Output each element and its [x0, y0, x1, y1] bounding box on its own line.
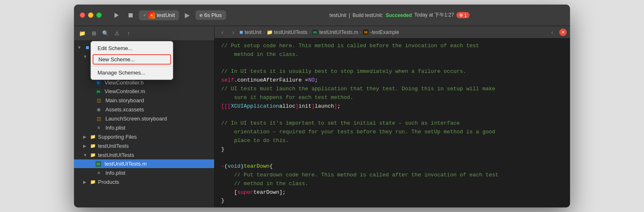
m-file-icon: m: [312, 29, 317, 35]
code-text: init: [298, 102, 311, 111]
list-item[interactable]: ▼ 📁 testUnitUITests: [74, 150, 214, 159]
build-action: Build testUnit:: [353, 12, 383, 18]
error-icon: ⊗: [459, 12, 463, 18]
manage-schemes-label: Manage Schemes...: [98, 70, 145, 76]
run-icon[interactable]: ▶: [181, 10, 193, 21]
breadcrumb-file[interactable]: m testUnitUITests.m: [312, 29, 358, 35]
list-item[interactable]: ◫ LaunchScreen.storyboard: [74, 114, 214, 123]
folder-icon: 📁: [267, 29, 272, 35]
file-label: Supporting Files: [98, 134, 137, 140]
back-button[interactable]: ‹: [218, 28, 227, 37]
list-item[interactable]: ◉ Assets.xcassets: [74, 105, 214, 114]
edit-scheme-label: Edit Scheme...: [98, 45, 133, 51]
breadcrumb-project[interactable]: ◼ testUnit: [239, 29, 262, 35]
code-text: ;: [337, 102, 341, 111]
new-scheme-item[interactable]: New Scheme...: [93, 54, 171, 65]
code-text: self: [221, 76, 234, 85]
storyboard-icon: ◫: [95, 97, 102, 104]
file-label: testUnitUITests: [98, 152, 134, 158]
list-item[interactable]: ▶ 📁 testUnitTests: [74, 141, 214, 150]
code-text: (: [224, 162, 228, 171]
file-label: Products: [98, 179, 119, 185]
traffic-lights: [74, 12, 107, 18]
code-line: // method in the class.: [221, 180, 563, 188]
build-label: testUnit: [329, 12, 346, 18]
list-item[interactable]: ≡ Info.plist: [74, 123, 214, 132]
list-item[interactable]: ◫ Main.storyboard: [74, 96, 214, 105]
plist-icon: ≡: [95, 169, 102, 176]
stop-button[interactable]: [125, 10, 136, 21]
file-label: testUnitTests: [98, 143, 129, 149]
code-text: XCUIApplication: [231, 102, 279, 111]
folder-icon: 📁: [90, 133, 96, 140]
edit-scheme-item[interactable]: Edit Scheme...: [91, 43, 173, 53]
file-label: LaunchScreen.storyboard: [105, 116, 167, 122]
list-item[interactable]: m ViewController.m: [74, 87, 214, 96]
breadcrumb-folder[interactable]: 📁 testUnitUITests: [267, 29, 308, 35]
code-text: [[[: [221, 102, 231, 111]
error-count: 1: [464, 13, 467, 18]
code-text: tearDown: [244, 162, 270, 171]
run-button[interactable]: [111, 10, 122, 21]
code-text: .continueAfterFailure =: [234, 76, 308, 85]
plist-icon: ≡: [95, 124, 102, 131]
folder-icon: 📁: [90, 152, 96, 158]
file-label: Assets.xcassets: [105, 106, 144, 113]
xcassets-icon: ◉: [95, 106, 102, 113]
breadcrumb-label: testUnitUITests: [274, 29, 308, 35]
list-item[interactable]: ▶ 📁 Products: [74, 177, 214, 186]
code-text: ]: [334, 102, 337, 111]
manage-schemes-item[interactable]: Manage Schemes...: [91, 67, 173, 78]
code-line: }: [221, 197, 563, 205]
menu-separator: [91, 66, 173, 66]
code-text: [: [221, 188, 237, 197]
breadcrumb-sep: ›: [360, 29, 361, 35]
sidebar-warning-btn[interactable]: ⚠: [113, 29, 121, 38]
file-label: Info.plist: [105, 125, 125, 131]
code-line: self.continueAfterFailure = NO;: [221, 76, 563, 85]
code-text: }: [221, 197, 224, 205]
code-line: [[[XCUIApplication alloc] init] launch];: [221, 102, 563, 111]
scheme-selector[interactable]: ✓ A testUnit: [139, 10, 179, 20]
sidebar-search-btn[interactable]: 🔍: [101, 29, 110, 38]
device-name: e 6s Plus: [200, 12, 222, 18]
expand-arrow: ▼: [77, 45, 82, 50]
code-line: orientation – required for your tests be…: [221, 128, 563, 137]
forward-button[interactable]: ›: [229, 28, 238, 37]
nav-close-button[interactable]: ✕: [559, 29, 567, 36]
error-badge: ⊗ 1: [456, 12, 470, 18]
code-text: ): [241, 162, 244, 171]
m-file-icon: m: [95, 161, 101, 167]
code-text: launch: [315, 102, 334, 111]
close-button[interactable]: [80, 12, 85, 18]
list-item[interactable]: ▶ 📁 Supporting Files: [74, 132, 214, 141]
minimize-button[interactable]: [88, 12, 93, 18]
sidebar-folder-btn[interactable]: 📁: [78, 29, 86, 38]
project-icon: ◼: [84, 44, 91, 51]
scheme-name: testUnit: [157, 12, 175, 18]
list-item[interactable]: m testUnitUITests.m: [74, 159, 214, 168]
code-text: // Put setup code here. This method is c…: [221, 42, 479, 51]
breadcrumb-label: -testExample: [370, 29, 399, 35]
code-text: // Put teardown code here. This method i…: [221, 171, 499, 180]
sidebar-git-btn[interactable]: ↑: [124, 29, 133, 38]
device-selector[interactable]: e 6s Plus: [196, 10, 226, 20]
list-item[interactable]: ≡ Info.plist: [74, 168, 214, 177]
nav-left-btn[interactable]: ‹: [548, 28, 557, 37]
sidebar-hierarchy-btn[interactable]: ⊞: [90, 29, 98, 38]
code-line: // In UI tests it's important to set the…: [221, 119, 563, 128]
svg-marker-0: [114, 13, 119, 18]
build-info: testUnit | Build testUnit: Succeeded Tod…: [329, 12, 470, 19]
sidebar-toolbar: 📁 ⊞ 🔍 ⚠ ↑: [74, 26, 214, 41]
code-text: // UI tests must launch the application …: [221, 85, 495, 94]
maximize-button[interactable]: [96, 12, 102, 18]
expand-arrow: ▼: [83, 54, 88, 59]
build-time: Today at 下午1:27: [414, 12, 454, 19]
file-label: ViewController.h: [105, 80, 143, 86]
breadcrumb-method[interactable]: M -testExample: [363, 29, 399, 35]
code-text: {: [270, 162, 273, 171]
code-editor: ‹ › ◼ testUnit › 📁 testUnitUITests › m: [215, 26, 570, 207]
code-line: // Put setup code here. This method is c…: [221, 42, 563, 51]
breadcrumb: ◼ testUnit › 📁 testUnitUITests › m testU…: [239, 29, 546, 35]
code-text: ;: [315, 76, 318, 85]
